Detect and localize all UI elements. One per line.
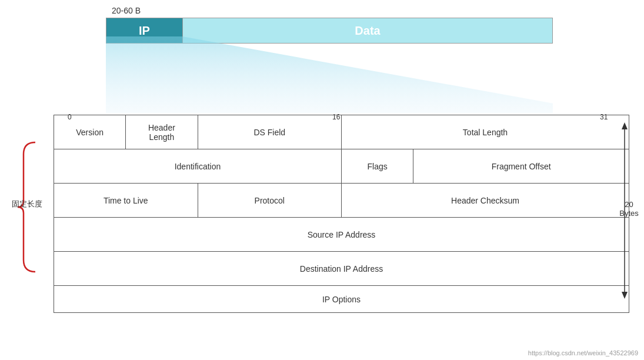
- size-label: 20-60 B: [112, 6, 553, 15]
- identification-cell: Identification: [54, 149, 342, 184]
- table-row: IP Options: [54, 286, 629, 313]
- twenty-bytes-label: 20 Bytes: [619, 200, 639, 218]
- ds-field-cell: DS Field: [198, 115, 342, 149]
- funnel-svg: [106, 36, 553, 113]
- table-row: Destination IP Address: [54, 252, 629, 286]
- main-container: 20-60 B IP Data 0 16 31: [0, 0, 644, 360]
- header-checksum-cell: Header Checksum: [342, 184, 629, 218]
- svg-marker-2: [622, 122, 628, 129]
- table-row: Version HeaderLength DS Field Total Leng…: [54, 115, 629, 149]
- flags-cell: Flags: [342, 149, 413, 184]
- source-ip-cell: Source IP Address: [54, 218, 629, 252]
- ttl-cell: Time to Live: [54, 184, 198, 218]
- svg-marker-3: [622, 292, 628, 299]
- table-row: Time to Live Protocol Header Checksum: [54, 184, 629, 218]
- table-row: Source IP Address: [54, 218, 629, 252]
- table-row: Identification Flags Fragment Offset: [54, 149, 629, 184]
- header-length-cell: HeaderLength: [126, 115, 198, 149]
- ip-header-table: Version HeaderLength DS Field Total Leng…: [54, 115, 629, 313]
- destination-ip-cell: Destination IP Address: [54, 252, 629, 286]
- header-table-wrapper: 固定长度 Version Head: [18, 115, 629, 313]
- watermark: https://blog.csdn.net/weixin_43522969: [528, 349, 638, 356]
- ip-options-cell: IP Options: [54, 286, 629, 313]
- left-label-container: 固定长度: [18, 115, 50, 294]
- diagram-area: 固定长度 Version Head: [18, 115, 629, 313]
- protocol-cell: Protocol: [198, 184, 342, 218]
- svg-marker-0: [106, 36, 553, 113]
- fragment-offset-cell: Fragment Offset: [413, 149, 629, 184]
- version-cell: Version: [54, 115, 126, 149]
- total-length-cell: Total Length: [342, 115, 629, 149]
- fixed-length-label: 固定长度: [12, 199, 42, 209]
